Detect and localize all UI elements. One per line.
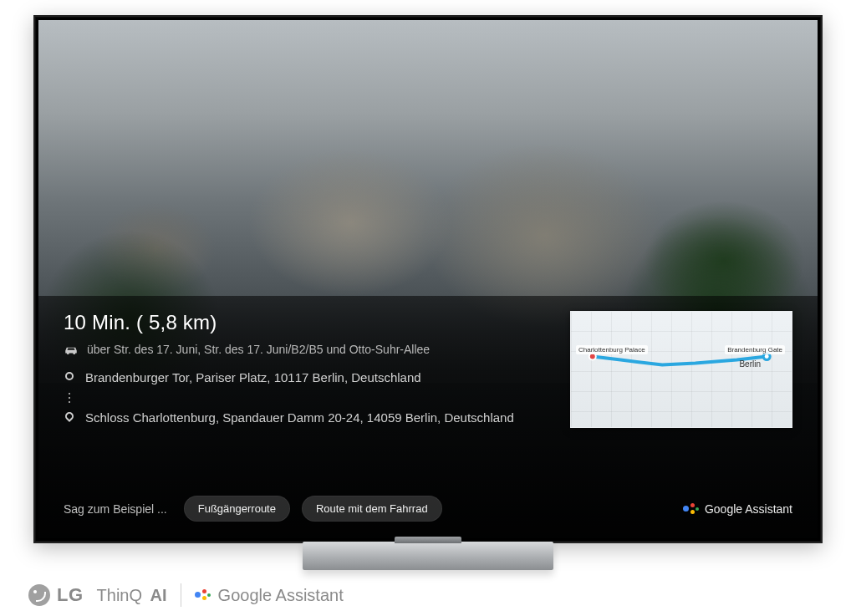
map-label-origin: Brandenburg Gate — [725, 345, 785, 354]
tv-stand — [303, 542, 553, 570]
route-via-row: über Str. des 17. Juni, Str. des 17. Jun… — [64, 343, 550, 356]
route-destination-text: Schloss Charlottenburg, Spandauer Damm 2… — [85, 410, 514, 426]
google-assistant-brand: Google Assistant — [683, 501, 792, 517]
map-label-destination: Charlottenburg Palace — [576, 345, 648, 354]
route-duration-distance: 10 Min. ( 5,8 km) — [64, 311, 550, 334]
footer-google-assistant-label: Google Assistant — [218, 586, 344, 605]
lg-brand: LG — [28, 584, 84, 606]
footer-brand-row: LG ThinQ AI Google Assistant — [28, 583, 344, 607]
route-points: Brandenburger Tor, Pariser Platz, 10117 … — [64, 369, 550, 427]
brand-divider — [181, 583, 181, 607]
destination-pin-icon — [64, 410, 75, 420]
map-route-line — [571, 312, 792, 428]
lg-logo-icon — [28, 584, 50, 606]
route-destination-row: Schloss Charlottenburg, Spandauer Damm 2… — [64, 410, 550, 426]
suggestion-prompt: Sag zum Beispiel ... — [64, 502, 167, 516]
google-assistant-label: Google Assistant — [705, 502, 792, 516]
tv-frame: 10 Min. ( 5,8 km) über Str. des 17. Juni… — [33, 15, 823, 543]
lg-text: LG — [57, 584, 84, 606]
suggestion-row: Sag zum Beispiel ... Fußgängerroute Rout… — [64, 496, 792, 522]
tv-screen: 10 Min. ( 5,8 km) über Str. des 17. Juni… — [38, 20, 818, 538]
route-origin-row: Brandenburger Tor, Pariser Platz, 10117 … — [64, 369, 550, 386]
suggestion-chip-walking[interactable]: Fußgängerroute — [184, 496, 290, 522]
map-thumbnail[interactable]: Charlottenburg Palace Brandenburg Gate B… — [570, 311, 792, 428]
car-icon — [64, 344, 79, 355]
suggestion-chip-bike[interactable]: Route mit dem Fahrrad — [302, 496, 442, 522]
route-connector-icon — [64, 393, 75, 403]
route-origin-text: Brandenburger Tor, Pariser Platz, 10117 … — [85, 369, 421, 386]
footer-google-assistant: Google Assistant — [195, 586, 344, 605]
map-city-label: Berlin — [736, 359, 763, 369]
assistant-result-panel: 10 Min. ( 5,8 km) über Str. des 17. Juni… — [38, 296, 818, 538]
google-assistant-icon — [195, 588, 210, 603]
thinq-brand: ThinQ AI — [97, 586, 167, 605]
route-via-text: über Str. des 17. Juni, Str. des 17. Jun… — [87, 343, 430, 356]
google-assistant-icon — [683, 501, 698, 517]
origin-dot-icon — [64, 369, 75, 380]
